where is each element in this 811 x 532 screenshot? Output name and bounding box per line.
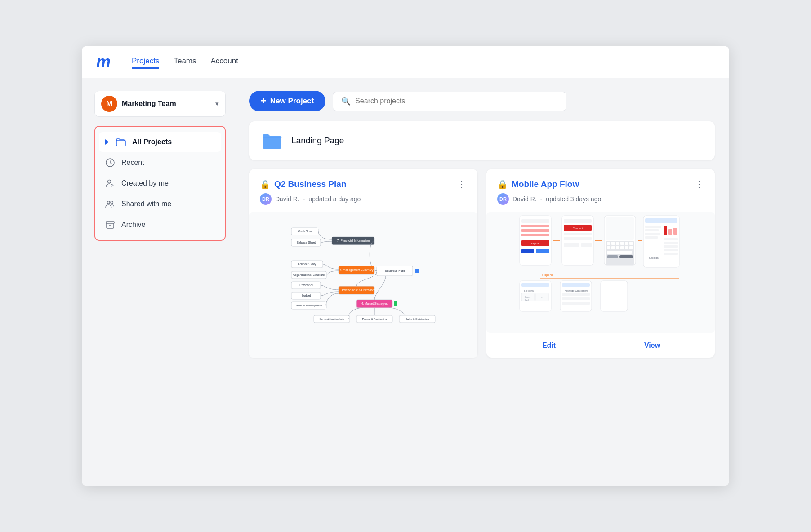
svg-rect-74 <box>645 218 677 223</box>
team-avatar: M <box>101 96 117 112</box>
team-selector[interactable]: M Marketing Team ▾ <box>94 91 226 117</box>
team-name: Marketing Team <box>122 100 211 108</box>
sidebar-item-shared-with-me[interactable]: Shared with me <box>99 194 221 214</box>
svg-rect-83 <box>664 242 678 244</box>
svg-rect-64 <box>607 246 610 249</box>
folder-icon-large <box>262 131 283 150</box>
svg-text:4. Management Summary: 4. Management Summary <box>340 268 374 272</box>
landing-page-card[interactable]: Landing Page <box>249 121 715 160</box>
svg-text:7. Financial Information: 7. Financial Information <box>337 239 370 242</box>
svg-rect-77 <box>673 228 677 235</box>
mobile-flow-preview: Sign In Connect <box>486 212 715 315</box>
svg-rect-5 <box>106 222 114 223</box>
svg-rect-61 <box>620 242 624 245</box>
search-icon: 🔍 <box>341 97 351 106</box>
sidebar-item-recent[interactable]: Recent <box>99 153 221 173</box>
card-meta: DR David R. - updated a day ago <box>260 193 467 205</box>
svg-rect-70 <box>607 251 632 254</box>
svg-rect-46 <box>536 249 549 253</box>
nav-tab-account[interactable]: Account <box>211 55 238 69</box>
svg-text:Organisational Structure: Organisational Structure <box>293 273 325 277</box>
svg-text:Cash Flow: Cash Flow <box>298 230 312 233</box>
avatar: DR <box>260 193 272 205</box>
updated-time: updated a day ago <box>308 195 361 203</box>
updated-time: updated 3 days ago <box>546 195 601 203</box>
main-layout: M Marketing Team ▾ All Projects <box>82 78 729 486</box>
edit-button[interactable]: Edit <box>497 340 601 351</box>
svg-rect-102 <box>601 281 628 311</box>
svg-rect-60 <box>616 242 619 245</box>
top-nav: m Projects Teams Account <box>82 46 729 78</box>
svg-rect-45 <box>521 249 534 253</box>
svg-rect-100 <box>562 297 590 300</box>
card-header: 🔒 Q2 Business Plan ⋮ <box>260 179 467 190</box>
card-meta: DR David R. - updated 3 days ago <box>497 193 704 205</box>
svg-rect-85 <box>664 249 678 251</box>
svg-rect-86 <box>664 253 678 255</box>
landing-page-title: Landing Page <box>291 136 344 146</box>
svg-rect-99 <box>562 293 590 296</box>
svg-rect-40 <box>521 225 549 227</box>
card-header: 🔒 Mobile App Flow ⋮ <box>497 179 704 190</box>
project-cards-row: 🔒 Q2 Business Plan ⋮ DR David R. - updat… <box>249 169 715 358</box>
svg-text:Pricing & Positioning: Pricing & Positioning <box>362 318 387 320</box>
svg-rect-82 <box>664 238 678 240</box>
nav-tab-projects[interactable]: Projects <box>132 55 159 69</box>
mobile-title: 🔒 Mobile App Flow <box>497 179 579 190</box>
view-button[interactable]: View <box>601 340 704 351</box>
svg-text:...: ... <box>541 296 543 298</box>
new-project-button[interactable]: + New Project <box>249 91 325 111</box>
svg-rect-56 <box>606 217 634 240</box>
svg-rect-101 <box>562 302 590 305</box>
chevron-down-icon: ▾ <box>215 100 219 108</box>
svg-rect-81 <box>645 236 658 239</box>
svg-rect-66 <box>616 246 619 249</box>
q2-title: 🔒 Q2 Business Plan <box>260 179 347 190</box>
svg-rect-69 <box>629 246 633 249</box>
app-logo: m <box>96 53 110 71</box>
people-icon <box>105 199 115 209</box>
more-options-button[interactable]: ⋮ <box>457 179 467 190</box>
svg-point-2 <box>108 180 111 183</box>
svg-rect-97 <box>562 283 590 287</box>
svg-text:Reports: Reports <box>542 273 553 277</box>
sidebar-item-label: Archive <box>121 221 145 229</box>
svg-rect-71 <box>607 255 618 258</box>
more-options-button[interactable]: ⋮ <box>695 179 704 190</box>
svg-rect-68 <box>625 246 628 249</box>
card-actions: Edit View <box>486 333 715 358</box>
svg-point-4 <box>111 201 113 204</box>
sidebar-item-label: All Projects <box>132 138 172 146</box>
svg-rect-62 <box>625 242 628 245</box>
svg-rect-52 <box>564 237 592 240</box>
svg-text:5. Development & Operations: 5. Development & Operations <box>337 288 376 292</box>
search-input[interactable] <box>355 97 558 105</box>
svg-rect-90 <box>521 283 549 287</box>
lock-icon: 🔒 <box>260 179 271 190</box>
nav-tab-teams[interactable]: Teams <box>174 55 196 69</box>
svg-rect-63 <box>629 242 633 245</box>
svg-text:Sign In: Sign In <box>531 242 540 245</box>
card-preview: Business Plan 7. Financial Information <box>249 212 477 358</box>
q2-business-plan-card: 🔒 Q2 Business Plan ⋮ DR David R. - updat… <box>249 169 477 358</box>
author-name: David R. <box>275 195 299 203</box>
svg-rect-72 <box>619 255 633 258</box>
card-preview: Sign In Connect <box>486 212 715 333</box>
svg-text:Personnel: Personnel <box>299 284 313 287</box>
svg-rect-67 <box>620 246 624 249</box>
content-area: + New Project 🔍 Landing Page <box>235 78 729 486</box>
sidebar: M Marketing Team ▾ All Projects <box>82 78 235 486</box>
search-bar[interactable]: 🔍 <box>333 92 566 111</box>
archive-icon <box>105 220 115 230</box>
svg-rect-79 <box>645 229 659 231</box>
sidebar-item-all-projects[interactable]: All Projects <box>99 132 221 152</box>
svg-text:Balance Sheet: Balance Sheet <box>297 241 316 244</box>
sidebar-item-archive[interactable]: Archive <box>99 215 221 235</box>
clock-icon <box>105 158 115 168</box>
svg-text:Product Development: Product Development <box>296 304 322 307</box>
project-grid: Landing Page 🔒 Q2 Business Plan ⋮ <box>249 121 715 358</box>
content-toolbar: + New Project 🔍 <box>249 91 715 111</box>
sidebar-item-created-by-me[interactable]: Created by me <box>99 173 221 193</box>
svg-rect-47 <box>562 216 593 265</box>
svg-text:4. Market Strategies: 4. Market Strategies <box>361 302 388 306</box>
